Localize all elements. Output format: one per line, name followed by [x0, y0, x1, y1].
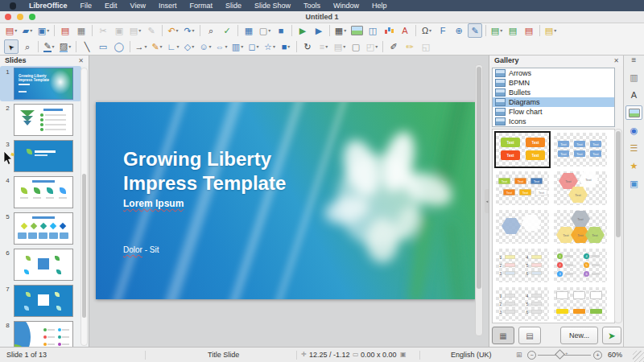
- slides-panel-scrollbar[interactable]: [80, 68, 88, 346]
- slide-subtitle-text[interactable]: Lorem Ipsum: [123, 198, 184, 209]
- connectors-tool[interactable]: ∟▾: [166, 39, 180, 54]
- gallery-category-arrows[interactable]: Arrows: [493, 68, 614, 78]
- gallery-item-boxes2x2-0[interactable]: TextTextTextText: [496, 133, 549, 167]
- workspace-scrollbar[interactable]: [475, 64, 483, 336]
- shadow-button[interactable]: ▢: [349, 39, 363, 54]
- show-draw-functions-button[interactable]: ✎: [468, 23, 482, 38]
- apple-icon[interactable]: [10, 2, 16, 10]
- gallery-icon-view-button[interactable]: ▦: [492, 327, 514, 344]
- master-slides-tab[interactable]: ▣: [625, 176, 642, 191]
- gallery-category-icons[interactable]: Icons: [493, 117, 614, 126]
- menu-format[interactable]: Format: [183, 2, 219, 10]
- slide-footer-text[interactable]: Dolor - Sit: [123, 245, 159, 254]
- 3d-objects-tool[interactable]: ■▾: [279, 39, 293, 54]
- gallery-item-hexcluster-3[interactable]: TextTextText: [554, 171, 607, 205]
- insert-table-button[interactable]: ▦▾: [333, 23, 348, 38]
- callout-shapes-tool[interactable]: ◻▾: [246, 39, 261, 54]
- curves-polygons-tool[interactable]: ✎▾: [150, 39, 164, 54]
- spelling-button[interactable]: ✓: [220, 23, 234, 38]
- menu-window[interactable]: Window: [327, 2, 365, 10]
- navigator-tab[interactable]: ◉: [625, 123, 642, 138]
- gallery-category-bpmn[interactable]: BPMN: [493, 78, 614, 88]
- gallery-item-hexpair-4[interactable]: [496, 210, 549, 244]
- slide-thumbnail-3[interactable]: 3: [0, 138, 81, 174]
- symbol-shapes-tool[interactable]: ☺▾: [198, 39, 213, 54]
- fill-color-button[interactable]: ▨▾: [58, 39, 72, 54]
- new-presentation-button[interactable]: ▤▾: [4, 23, 19, 38]
- rectangle-tool[interactable]: ▭: [96, 39, 110, 54]
- gallery-item-hexpyramid-5[interactable]: TextTextTextText: [554, 210, 607, 244]
- zoom-in-button[interactable]: +: [593, 351, 602, 360]
- slide-thumbnail-4[interactable]: 4: [0, 175, 81, 210]
- gallery-new-theme-button[interactable]: New...: [560, 327, 598, 344]
- workspace-scrollbar-thumb[interactable]: [477, 67, 481, 289]
- slide-transition-tab[interactable]: ☰: [625, 141, 642, 155]
- statusbar-zoom-level[interactable]: 60%: [608, 351, 622, 359]
- gallery-item-boxes2x3-1[interactable]: TextTextTextTextTextText: [554, 133, 607, 167]
- menu-insert[interactable]: Insert: [152, 2, 184, 10]
- glue-points-button[interactable]: ✏: [402, 39, 417, 54]
- document-modified-icon[interactable]: ▣: [400, 351, 407, 358]
- gallery-item-colorbars-9[interactable]: [554, 287, 607, 321]
- start-from-first-slide-button[interactable]: ▶: [295, 23, 310, 38]
- insert-text-box-button[interactable]: A: [398, 23, 412, 38]
- properties-tab[interactable]: ▥: [625, 70, 642, 84]
- start-from-current-slide-button[interactable]: ▶: [312, 23, 326, 38]
- redo-button[interactable]: ↷▾: [182, 23, 196, 38]
- edit-points-button[interactable]: ✐: [386, 39, 401, 54]
- gallery-item-numlist2-8[interactable]: 123456: [496, 287, 549, 321]
- export-pdf-button[interactable]: ▤: [58, 23, 72, 38]
- slides-panel-close-icon[interactable]: ✕: [78, 57, 84, 64]
- insert-line-tool[interactable]: ╲: [80, 39, 94, 54]
- new-slide-button[interactable]: ▤▾: [489, 23, 504, 38]
- ellipse-tool[interactable]: ◯: [112, 39, 126, 54]
- sidebar-settings-icon[interactable]: ≡: [632, 56, 637, 67]
- window-resize-grip[interactable]: [633, 351, 644, 362]
- insert-chart-button[interactable]: [382, 23, 396, 38]
- gallery-category-diagrams[interactable]: Diagrams: [493, 97, 614, 107]
- slide-thumbnail-5[interactable]: 5: [0, 211, 81, 246]
- slide-thumbnail-2[interactable]: 2: [0, 102, 81, 138]
- styles-tab[interactable]: A: [625, 88, 642, 102]
- display-grid-button[interactable]: ▦: [242, 23, 256, 38]
- delete-slide-button[interactable]: ▤: [522, 23, 536, 38]
- open-button[interactable]: ▰▾: [20, 23, 35, 38]
- insert-hyperlink-button[interactable]: ⊕: [452, 23, 466, 38]
- gallery-insert-icon[interactable]: ➤: [602, 327, 621, 344]
- menu-slide[interactable]: Slide: [219, 2, 248, 10]
- gallery-item-badgelist-7[interactable]: 123456: [554, 249, 607, 282]
- gallery-item-numlist-6[interactable]: 123456: [496, 249, 549, 282]
- find-replace-button[interactable]: ⌕: [204, 23, 218, 38]
- slides-scrollbar-thumb[interactable]: [82, 174, 86, 318]
- gallery-item-boxrows-2[interactable]: TextTextTextTextTextText: [496, 171, 549, 205]
- stars-banners-tool[interactable]: ☆▾: [262, 39, 277, 54]
- slide-canvas[interactable]: Growing Liberty Impress Template Lorem I…: [96, 102, 476, 299]
- gallery-panel-close-icon[interactable]: ✕: [613, 57, 619, 64]
- menu-libreoffice[interactable]: LibreOffice: [23, 2, 74, 10]
- menu-tools[interactable]: Tools: [297, 2, 327, 10]
- zoom-slider-thumb[interactable]: [555, 349, 565, 360]
- block-arrows-tool[interactable]: ⇔▾: [214, 39, 229, 54]
- zoom-pan-tool[interactable]: ⌕: [20, 39, 35, 54]
- lines-arrows-tool[interactable]: →▾: [134, 39, 148, 54]
- gallery-detail-view-button[interactable]: ▤: [518, 327, 541, 344]
- display-mode-button[interactable]: ■: [274, 23, 288, 38]
- slide-title-text[interactable]: Growing Liberty Impress Template: [123, 147, 286, 195]
- select-tool[interactable]: ➤: [4, 39, 19, 54]
- slide-thumbnail-6[interactable]: 6: [0, 247, 81, 282]
- duplicate-slide-button[interactable]: ▤: [506, 23, 520, 38]
- menu-edit[interactable]: Edit: [98, 2, 124, 10]
- slide-properties-button[interactable]: ▤▾: [543, 23, 558, 38]
- gallery-tab[interactable]: [625, 105, 642, 120]
- insert-fontwork-button[interactable]: F: [436, 23, 450, 38]
- statusbar-layout-name[interactable]: Title Slide: [208, 351, 239, 359]
- slide-thumbnail-8[interactable]: 8: [0, 319, 81, 348]
- basic-shapes-tool[interactable]: ◇▾: [182, 39, 196, 54]
- rotate-tool[interactable]: ↻: [300, 39, 315, 54]
- gallery-category-flow-chart[interactable]: Flow chart: [493, 107, 614, 117]
- zoom-out-button[interactable]: −: [527, 351, 536, 360]
- gallery-category-bullets[interactable]: Bullets: [493, 88, 614, 97]
- menu-file[interactable]: File: [74, 2, 99, 10]
- slide-thumbnail-7[interactable]: 7: [0, 283, 81, 319]
- insert-image-button[interactable]: [349, 23, 364, 38]
